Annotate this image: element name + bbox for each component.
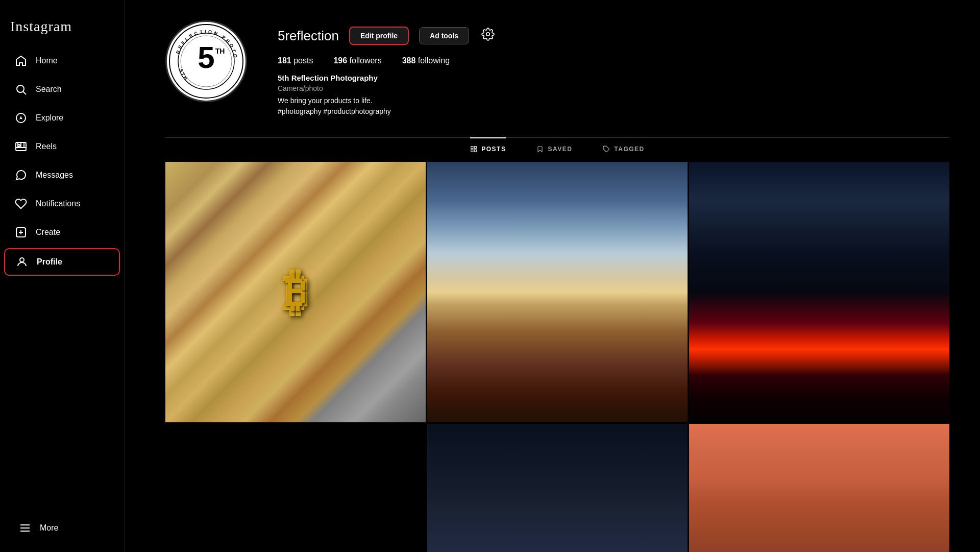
photo-cell[interactable] bbox=[689, 424, 949, 552]
search-icon bbox=[14, 83, 28, 96]
sidebar-item-messages[interactable]: Messages bbox=[4, 162, 120, 188]
username-row: 5reflection Edit profile Ad tools bbox=[278, 26, 949, 46]
tab-tagged-label: TAGGED bbox=[614, 146, 644, 153]
sidebar-item-profile-label: Profile bbox=[37, 257, 62, 267]
reels-icon bbox=[14, 140, 28, 153]
photo-grid: ₿ bbox=[165, 162, 949, 552]
sidebar-item-search-label: Search bbox=[36, 85, 62, 94]
home-icon bbox=[14, 54, 28, 67]
settings-button[interactable] bbox=[479, 26, 497, 46]
svg-line-1 bbox=[23, 92, 27, 95]
posts-stat: 181 posts bbox=[278, 56, 313, 65]
tab-posts[interactable]: POSTS bbox=[470, 137, 506, 160]
svg-text:5: 5 bbox=[198, 40, 214, 75]
sidebar-item-home[interactable]: Home bbox=[4, 48, 120, 74]
display-name: 5th Reflection Photography bbox=[278, 74, 949, 82]
more-icon bbox=[18, 521, 32, 535]
svg-rect-25 bbox=[471, 147, 473, 149]
more-button[interactable]: More bbox=[4, 515, 120, 541]
followers-label: followers bbox=[350, 56, 382, 65]
profile-tabs: POSTS SAVED TAGGED bbox=[165, 137, 949, 160]
photo-cell[interactable] bbox=[689, 162, 949, 422]
following-count: 388 bbox=[402, 56, 416, 65]
sidebar-item-notifications[interactable]: Notifications bbox=[4, 191, 120, 217]
sidebar-item-notifications-label: Notifications bbox=[36, 199, 80, 208]
profile-stats: 181 posts 196 followers 388 following bbox=[278, 56, 949, 65]
sidebar-item-home-label: Home bbox=[36, 56, 58, 65]
sidebar-item-reels-label: Reels bbox=[36, 142, 57, 151]
following-label: following bbox=[418, 56, 450, 65]
following-stat: 388 following bbox=[402, 56, 450, 65]
app-logo: Instagram bbox=[0, 10, 124, 47]
more-label: More bbox=[40, 523, 58, 533]
svg-rect-26 bbox=[474, 147, 476, 149]
sidebar-item-messages-label: Messages bbox=[36, 171, 73, 180]
create-icon bbox=[14, 226, 28, 239]
sidebar-nav: Home Search Explore bbox=[0, 47, 124, 514]
explore-icon bbox=[14, 111, 28, 125]
followers-stat: 196 followers bbox=[333, 56, 381, 65]
sidebar-item-search[interactable]: Search bbox=[4, 77, 120, 102]
tab-tagged[interactable]: TAGGED bbox=[603, 137, 644, 160]
profile-info: 5reflection Edit profile Ad tools 181 po… bbox=[278, 20, 949, 117]
sidebar-item-profile[interactable]: Profile bbox=[4, 248, 120, 276]
profile-icon bbox=[15, 255, 29, 269]
sidebar-item-explore-label: Explore bbox=[36, 113, 63, 123]
sidebar-item-reels[interactable]: Reels bbox=[4, 134, 120, 159]
edit-profile-button[interactable]: Edit profile bbox=[349, 27, 409, 45]
svg-rect-28 bbox=[474, 150, 476, 152]
photo-cell[interactable] bbox=[427, 424, 688, 552]
sidebar-item-create[interactable]: Create bbox=[4, 220, 120, 245]
avatar: REFLECTION PHOTOGRAPHY 5TH 5 TH bbox=[165, 20, 247, 102]
svg-rect-27 bbox=[471, 150, 473, 152]
sidebar-item-create-label: Create bbox=[36, 228, 60, 237]
profile-category: Camera/photo bbox=[278, 84, 949, 92]
followers-count: 196 bbox=[333, 56, 347, 65]
svg-marker-3 bbox=[19, 116, 22, 119]
posts-label: posts bbox=[293, 56, 313, 65]
notifications-icon bbox=[14, 197, 28, 210]
main-content: REFLECTION PHOTOGRAPHY 5TH 5 TH 5reflect… bbox=[125, 0, 980, 552]
svg-point-13 bbox=[20, 258, 24, 262]
ad-tools-button[interactable]: Ad tools bbox=[419, 27, 469, 44]
svg-point-24 bbox=[486, 33, 490, 36]
username: 5reflection bbox=[278, 28, 339, 44]
profile-bio: We bring your products to life. #photogr… bbox=[278, 95, 949, 117]
messages-icon bbox=[14, 169, 28, 182]
profile-header: REFLECTION PHOTOGRAPHY 5TH 5 TH 5reflect… bbox=[165, 20, 949, 117]
posts-count: 181 bbox=[278, 56, 291, 65]
sidebar-item-explore[interactable]: Explore bbox=[4, 105, 120, 131]
tab-posts-label: POSTS bbox=[481, 146, 506, 153]
svg-point-0 bbox=[17, 85, 24, 92]
tab-saved[interactable]: SAVED bbox=[536, 137, 572, 160]
photo-cell[interactable] bbox=[427, 162, 688, 422]
photo-cell[interactable]: ₿ bbox=[165, 162, 426, 422]
svg-text:TH: TH bbox=[215, 47, 225, 55]
tab-saved-label: SAVED bbox=[548, 146, 572, 153]
sidebar: Instagram Home Search bbox=[0, 0, 125, 552]
